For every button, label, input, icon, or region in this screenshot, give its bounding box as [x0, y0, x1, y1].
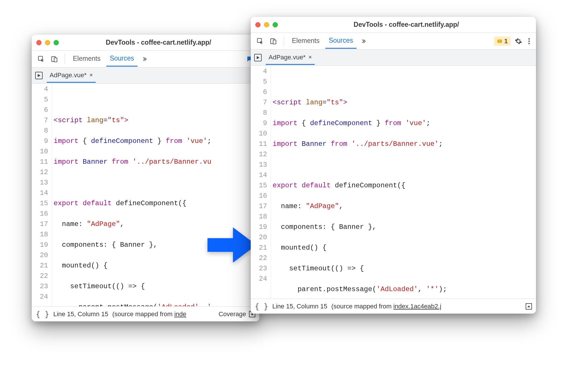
- file-tab-label: AdPage.vue*: [269, 54, 305, 61]
- minimize-window-icon[interactable]: [264, 22, 269, 27]
- pretty-print-icon[interactable]: { }: [36, 310, 49, 318]
- svg-point-11: [529, 43, 530, 44]
- settings-icon[interactable]: [513, 36, 524, 47]
- code-editor[interactable]: 456789101112131415161718192021222324 <sc…: [32, 84, 259, 306]
- svg-rect-5: [273, 40, 276, 44]
- line-gutter: 456789101112131415161718192021222324: [32, 84, 52, 306]
- cursor-position: Line 15, Column 15: [53, 310, 108, 318]
- issues-badge[interactable]: 1: [494, 37, 511, 46]
- file-tab-adpage[interactable]: AdPage.vue* ×: [266, 51, 315, 65]
- file-tab-label: AdPage.vue*: [50, 71, 86, 79]
- code-editor[interactable]: 456789101112131415161718192021222324 <sc…: [251, 66, 536, 299]
- status-bar: { } Line 15, Column 15 (source mapped fr…: [251, 299, 536, 314]
- minimize-window-icon[interactable]: [45, 40, 50, 45]
- issues-count: 1: [504, 37, 508, 45]
- close-file-icon[interactable]: ×: [308, 54, 312, 61]
- more-tabs-icon[interactable]: [359, 37, 368, 46]
- device-toggle-icon[interactable]: [49, 54, 60, 65]
- sourcemap-info: (source mapped from inde: [112, 310, 186, 318]
- svg-rect-8: [499, 42, 500, 42]
- devtools-toolbar: Elements Sources: [32, 51, 259, 67]
- transition-arrow-icon: [207, 225, 256, 265]
- svg-rect-7: [499, 40, 500, 41]
- cursor-position: Line 15, Column 15: [272, 303, 327, 310]
- tab-elements[interactable]: Elements: [288, 34, 323, 48]
- status-bar: { } Line 15, Column 15 (source mapped fr…: [32, 306, 259, 321]
- coverage-label[interactable]: Coverage: [219, 310, 246, 318]
- svg-point-9: [529, 38, 530, 39]
- close-file-icon[interactable]: ×: [89, 72, 93, 78]
- tab-sources[interactable]: Sources: [325, 34, 356, 49]
- titlebar: DevTools - coffee-cart.netlify.app/: [251, 17, 536, 33]
- close-window-icon[interactable]: [36, 40, 41, 45]
- device-toggle-icon[interactable]: [268, 36, 279, 47]
- sourcemap-info: (source mapped from index.1ac4eab2.j: [331, 303, 441, 310]
- file-tabs-bar: AdPage.vue* ×: [251, 50, 536, 66]
- devtools-window-before: DevTools - coffee-cart.netlify.app/ Elem…: [32, 35, 259, 321]
- show-navigator-icon[interactable]: [254, 54, 262, 61]
- maximize-window-icon[interactable]: [273, 22, 278, 27]
- file-tabs-bar: AdPage.vue* ×: [32, 67, 259, 84]
- devtools-window-after: DevTools - coffee-cart.netlify.app/ Elem…: [251, 17, 536, 314]
- file-tab-adpage[interactable]: AdPage.vue* ×: [47, 69, 96, 83]
- inspect-icon[interactable]: [36, 54, 47, 65]
- maximize-window-icon[interactable]: [54, 40, 59, 45]
- code-content[interactable]: <script lang="ts"> import { defineCompon…: [52, 84, 259, 306]
- code-content[interactable]: <script lang="ts"> import { defineCompon…: [271, 66, 536, 299]
- drawer-toggle-icon[interactable]: [526, 303, 532, 310]
- kebab-menu-icon[interactable]: [526, 36, 532, 46]
- devtools-toolbar: Elements Sources 1: [251, 33, 536, 50]
- inspect-icon[interactable]: [255, 36, 266, 47]
- window-title: DevTools - coffee-cart.netlify.app/: [281, 21, 531, 29]
- pretty-print-icon[interactable]: { }: [255, 302, 268, 311]
- svg-point-10: [529, 40, 530, 42]
- close-window-icon[interactable]: [255, 22, 261, 27]
- titlebar: DevTools - coffee-cart.netlify.app/: [32, 35, 259, 51]
- tab-elements[interactable]: Elements: [69, 52, 104, 66]
- window-title: DevTools - coffee-cart.netlify.app/: [62, 39, 255, 46]
- show-navigator-icon[interactable]: [35, 72, 43, 79]
- svg-rect-2: [54, 58, 57, 62]
- line-gutter: 456789101112131415161718192021222324: [251, 66, 271, 299]
- warning-icon: [497, 38, 503, 44]
- more-tabs-icon[interactable]: [140, 54, 149, 64]
- window-controls: [36, 40, 59, 45]
- tab-sources[interactable]: Sources: [106, 52, 137, 67]
- window-controls: [255, 22, 278, 27]
